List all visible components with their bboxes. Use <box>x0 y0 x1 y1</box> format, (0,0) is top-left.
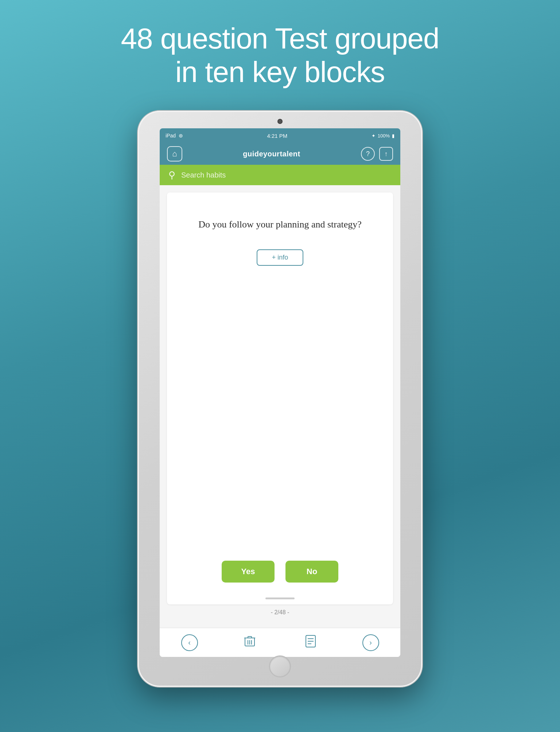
ipad-camera <box>277 119 283 124</box>
no-button[interactable]: No <box>285 561 338 583</box>
status-left: iPad ⊛ <box>166 133 183 139</box>
info-button[interactable]: + info <box>257 249 304 266</box>
nav-right-buttons: ? ↑ <box>361 147 393 161</box>
answer-buttons: Yes No <box>222 561 338 583</box>
prev-button[interactable]: ‹ <box>181 634 198 651</box>
pagination-text: - 2/48 - <box>271 609 289 616</box>
list-icon <box>306 635 316 650</box>
delete-button[interactable] <box>241 634 259 652</box>
next-icon: › <box>369 638 372 647</box>
status-bar: iPad ⊛ 4:21 PM ✦ 100% ▮ <box>160 128 400 143</box>
question-text: Do you follow your planning and strategy… <box>198 218 362 231</box>
headline: 48 question Test grouped in ten key bloc… <box>116 22 444 89</box>
home-button[interactable]: ⌂ <box>167 146 182 161</box>
battery-icon: ▮ <box>392 133 394 139</box>
ipad-home-button[interactable] <box>269 655 291 677</box>
search-placeholder: Search habits <box>181 171 226 179</box>
bottom-nav: ‹ <box>160 628 400 657</box>
bluetooth-icon: ✦ <box>372 133 376 139</box>
status-time: 4:21 PM <box>267 133 287 139</box>
wifi-icon: ⊛ <box>179 133 183 139</box>
pagination: - 2/48 - <box>271 604 289 620</box>
help-icon: ? <box>366 150 370 158</box>
home-icon: ⌂ <box>172 149 177 159</box>
battery-label: 100% <box>378 133 390 139</box>
upload-button[interactable]: ↑ <box>379 147 393 161</box>
ipad-device: iPad ⊛ 4:21 PM ✦ 100% ▮ ⌂ guideyourtalen… <box>138 111 422 687</box>
yes-button[interactable]: Yes <box>222 561 275 583</box>
next-button[interactable]: › <box>362 634 379 651</box>
status-right: ✦ 100% ▮ <box>372 133 394 139</box>
search-bar[interactable]: ⚲ Search habits <box>160 165 400 185</box>
nav-bar: ⌂ guideyourtalent ? ↑ <box>160 143 400 165</box>
upload-icon: ↑ <box>384 150 388 158</box>
search-icon: ⚲ <box>168 170 175 181</box>
svg-rect-2 <box>248 636 252 638</box>
ipad-screen: iPad ⊛ 4:21 PM ✦ 100% ▮ ⌂ guideyourtalen… <box>160 128 400 657</box>
app-title: guideyourtalent <box>243 150 300 158</box>
delete-icon <box>244 635 255 650</box>
title-bold: talent <box>280 150 300 158</box>
scroll-indicator <box>265 597 295 599</box>
device-label: iPad <box>166 133 176 139</box>
content-area: Do you follow your planning and strategy… <box>160 185 400 628</box>
title-prefix: guideyour <box>243 150 280 158</box>
question-card: Do you follow your planning and strategy… <box>167 192 393 604</box>
prev-icon: ‹ <box>188 638 191 647</box>
help-button[interactable]: ? <box>361 147 375 161</box>
list-button[interactable] <box>302 634 320 652</box>
